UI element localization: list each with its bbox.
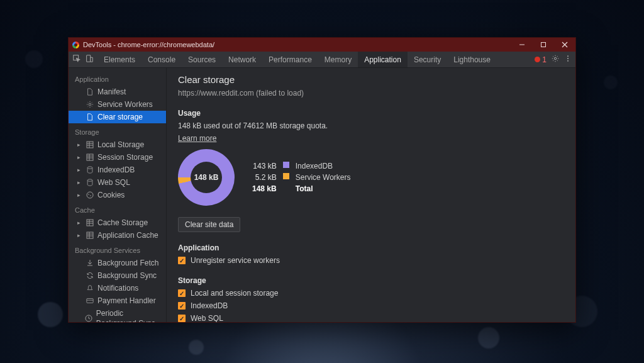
svg-point-23 (88, 194, 89, 195)
sidebar-item-service-workers[interactable]: Service Workers (69, 98, 166, 111)
expand-icon: ▸ (77, 152, 82, 162)
checkbox-local-and-session-storage[interactable]: ✓Local and session storage (178, 289, 564, 298)
sync-icon (86, 272, 94, 279)
svg-rect-6 (91, 57, 93, 62)
checkmark-icon: ✓ (178, 257, 186, 264)
sidebar-section-background-services: Background Services (69, 242, 166, 257)
sidebar-item-clear-storage[interactable]: Clear storage (69, 111, 166, 123)
svg-point-20 (87, 167, 92, 169)
legend-total-value: 148 kB (252, 184, 277, 193)
tab-security[interactable]: Security (408, 52, 447, 67)
legend-label: IndexedDB (296, 162, 351, 170)
sidebar-item-payment-handler[interactable]: Payment Handler (69, 294, 166, 307)
main-content: Clear storage https://www.reddit.com (fa… (167, 68, 575, 322)
fetch-icon (86, 259, 94, 267)
usage-heading: Usage (178, 109, 564, 118)
usage-legend: 143 kBIndexedDB5.2 kBService Workers148 … (252, 162, 351, 193)
checkbox-label: Web SQL (191, 314, 223, 322)
sidebar-item-web-sql[interactable]: ▸Web SQL (69, 176, 166, 189)
sidebar-item-cache-storage[interactable]: ▸Cache Storage (69, 216, 166, 229)
usage-donut-chart: 148 kB (178, 149, 235, 206)
sidebar-section-cache: Cache (69, 201, 166, 216)
legend-total-label: Total (296, 184, 351, 193)
file-icon (86, 88, 94, 96)
sidebar-item-label: Periodic Background Sync (96, 308, 160, 322)
sidebar-item-label: Manifest (97, 87, 126, 97)
maximize-button[interactable] (533, 38, 554, 52)
tab-memory[interactable]: Memory (318, 52, 358, 67)
svg-rect-16 (87, 154, 93, 160)
expand-icon: ▸ (77, 190, 82, 200)
checkmark-icon: ✓ (178, 315, 186, 322)
sidebar-item-local-storage[interactable]: ▸Local Storage (69, 138, 166, 151)
checkbox-unregister-service-workers[interactable]: ✓Unregister service workers (178, 256, 564, 265)
sidebar-item-session-storage[interactable]: ▸Session Storage (69, 151, 166, 164)
tab-sources[interactable]: Sources (182, 52, 222, 67)
card-icon (86, 297, 94, 304)
checkbox-indexeddb[interactable]: ✓IndexedDB (178, 301, 564, 310)
clear-site-data-button[interactable]: Clear site data (178, 217, 240, 232)
settings-gear-icon[interactable] (552, 55, 559, 64)
sidebar-item-label: Cache Storage (97, 218, 148, 228)
tab-application[interactable]: Application (358, 52, 408, 67)
sidebar-item-label: Cookies (97, 190, 125, 200)
tab-console[interactable]: Console (142, 52, 182, 67)
legend-label: Service Workers (296, 173, 351, 182)
svg-rect-5 (87, 55, 91, 62)
svg-point-24 (90, 195, 91, 196)
bell-icon (86, 284, 94, 292)
legend-swatch-icon (283, 173, 289, 179)
expand-icon: ▸ (77, 177, 82, 187)
expand-icon: ▸ (77, 230, 82, 240)
db-icon (86, 179, 94, 186)
application-sidebar: ApplicationManifestService WorkersClear … (69, 68, 167, 322)
checkmark-icon: ✓ (178, 302, 186, 310)
close-button[interactable] (554, 38, 575, 52)
error-badge[interactable]: 1 (535, 55, 547, 64)
sidebar-item-manifest[interactable]: Manifest (69, 86, 166, 98)
grid-icon (86, 141, 94, 148)
checkbox-web-sql[interactable]: ✓Web SQL (178, 314, 564, 322)
svg-rect-29 (87, 232, 93, 238)
page-subtitle: https://www.reddit.com (failed to load) (178, 89, 564, 98)
tab-network[interactable]: Network (222, 52, 262, 67)
sidebar-item-background-fetch[interactable]: Background Fetch (69, 257, 166, 269)
svg-point-7 (554, 57, 556, 59)
tab-lighthouse[interactable]: Lighthouse (447, 52, 497, 67)
minimize-button[interactable] (511, 38, 533, 52)
file-icon (86, 113, 94, 121)
checkmark-icon: ✓ (178, 289, 186, 297)
sidebar-item-label: Local Storage (97, 140, 144, 150)
db-icon (86, 166, 94, 174)
sidebar-item-label: Web SQL (97, 177, 130, 187)
sidebar-item-indexeddb[interactable]: ▸IndexedDB (69, 164, 166, 176)
donut-center-label: 148 kB (194, 173, 219, 182)
svg-point-8 (567, 55, 569, 57)
sidebar-item-cookies[interactable]: ▸Cookies (69, 189, 166, 201)
page-title: Clear storage (178, 74, 564, 85)
checkbox-label: Local and session storage (191, 289, 278, 298)
titlebar[interactable]: DevTools - chrome-error://chromewebdata/ (69, 38, 575, 52)
group-heading-storage: Storage (178, 276, 564, 285)
more-menu-icon[interactable] (564, 55, 572, 64)
window-title: DevTools - chrome-error://chromewebdata/ (83, 41, 214, 48)
tab-elements[interactable]: Elements (97, 52, 142, 67)
error-dot-icon (535, 57, 540, 62)
sidebar-item-periodic-background-sync[interactable]: Periodic Background Sync (69, 307, 166, 322)
inspect-icon[interactable] (72, 54, 81, 65)
svg-point-22 (87, 192, 93, 198)
grid-icon (86, 232, 94, 239)
tab-performance[interactable]: Performance (262, 52, 318, 67)
sidebar-item-label: Notifications (97, 283, 138, 293)
learn-more-link[interactable]: Learn more (178, 134, 216, 143)
sidebar-item-application-cache[interactable]: ▸Application Cache (69, 229, 166, 242)
svg-point-11 (89, 103, 91, 105)
sidebar-item-label: Background Sync (97, 271, 157, 281)
svg-rect-25 (87, 220, 93, 226)
svg-rect-1 (541, 43, 546, 47)
sidebar-item-background-sync[interactable]: Background Sync (69, 269, 166, 282)
checkbox-label: Unregister service workers (191, 256, 280, 265)
svg-rect-12 (87, 142, 93, 148)
sidebar-item-notifications[interactable]: Notifications (69, 282, 166, 294)
device-icon[interactable] (85, 54, 94, 65)
